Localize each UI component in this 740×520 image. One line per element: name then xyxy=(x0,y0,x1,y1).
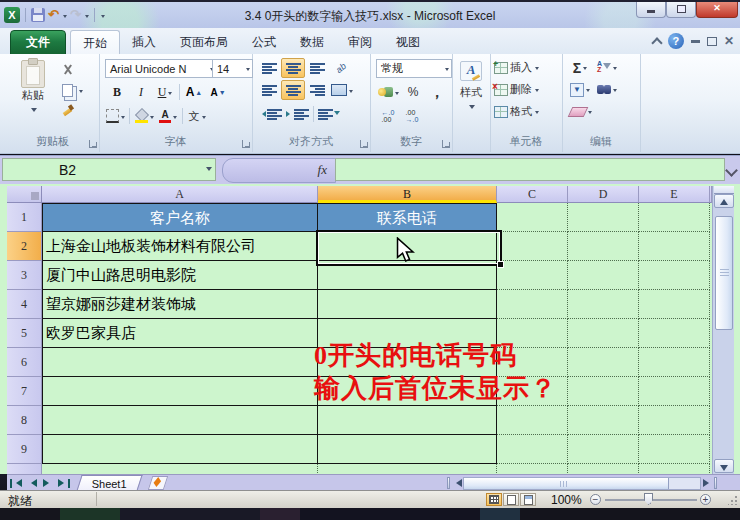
workbook-close-icon[interactable]: ✕ xyxy=(724,35,734,47)
cell-B6[interactable] xyxy=(318,348,497,377)
split-handle[interactable] xyxy=(714,186,734,194)
page-break-view-button[interactable] xyxy=(520,493,536,506)
cell-C6[interactable] xyxy=(497,348,568,377)
expand-formula-bar-icon[interactable] xyxy=(725,164,738,177)
cell-B10[interactable] xyxy=(318,464,497,474)
column-header-c[interactable]: C xyxy=(497,186,568,203)
cell-D10[interactable] xyxy=(568,464,639,474)
align-bottom-button[interactable] xyxy=(305,58,329,78)
cell-D9[interactable] xyxy=(568,435,639,464)
workbook-minimize-icon[interactable] xyxy=(691,40,700,43)
name-box[interactable]: B2 xyxy=(2,158,216,181)
cell-A3[interactable]: 厦门中山路思明电影院 xyxy=(42,261,318,290)
paste-button[interactable]: 粘贴 xyxy=(14,60,52,132)
cell-D6[interactable] xyxy=(568,348,639,377)
horizontal-scrollbar[interactable] xyxy=(447,476,717,490)
tab-insert[interactable]: 插入 xyxy=(120,30,168,54)
cell-B3[interactable] xyxy=(318,261,497,290)
cell-C7[interactable] xyxy=(497,377,568,406)
underline-button[interactable]: U xyxy=(153,82,177,102)
align-middle-button[interactable] xyxy=(281,58,305,78)
cell-C9[interactable] xyxy=(497,435,568,464)
column-header-e[interactable]: E xyxy=(639,186,710,203)
clear-button[interactable] xyxy=(568,102,594,122)
cell-D3[interactable] xyxy=(568,261,639,290)
row-header-9[interactable]: 9 xyxy=(7,435,42,464)
tab-formulas[interactable]: 公式 xyxy=(240,30,288,54)
font-size-combo[interactable]: 14 xyxy=(212,59,253,78)
cell-E9[interactable] xyxy=(639,435,710,464)
select-all-corner[interactable] xyxy=(7,186,42,203)
cell-B9[interactable] xyxy=(318,435,497,464)
fill-color-button[interactable] xyxy=(132,106,156,126)
tab-file[interactable]: 文件 xyxy=(10,30,66,56)
cell-A9[interactable] xyxy=(42,435,318,464)
minimize-button[interactable] xyxy=(636,2,666,18)
align-center-button[interactable] xyxy=(281,80,305,100)
zoom-in-button[interactable]: + xyxy=(700,494,711,505)
row-header-2[interactable]: 2 xyxy=(7,232,42,261)
align-right-button[interactable] xyxy=(305,80,329,100)
cell-B4[interactable] xyxy=(318,290,497,319)
close-button[interactable]: ✕ xyxy=(696,2,738,18)
increase-indent-button[interactable] xyxy=(284,104,311,124)
clipboard-dialog-launcher-icon[interactable] xyxy=(89,140,97,148)
cell-D4[interactable] xyxy=(568,290,639,319)
resize-grip-icon[interactable] xyxy=(728,495,738,505)
sort-filter-button[interactable]: AZ xyxy=(595,58,619,78)
comma-style-button[interactable]: ， xyxy=(425,82,449,102)
first-sheet-button[interactable] xyxy=(9,477,23,490)
horizontal-scroll-thumb[interactable] xyxy=(464,478,669,489)
cell-E1[interactable] xyxy=(639,203,710,232)
row-header-7[interactable]: 7 xyxy=(7,377,42,406)
tab-split-handle[interactable] xyxy=(714,477,717,489)
redo-caret-icon[interactable] xyxy=(85,15,89,20)
phonetic-button[interactable]: 文 xyxy=(185,106,209,126)
tab-data[interactable]: 数据 xyxy=(288,30,336,54)
cell-D8[interactable] xyxy=(568,406,639,435)
row-header-10[interactable]: 10 xyxy=(7,464,42,474)
align-left-button[interactable] xyxy=(257,80,281,100)
cell-B2[interactable] xyxy=(318,232,497,261)
cell-E2[interactable] xyxy=(639,232,710,261)
qat-customize-button[interactable] xyxy=(101,15,105,20)
tab-view[interactable]: 视图 xyxy=(384,30,432,54)
cell-C8[interactable] xyxy=(497,406,568,435)
scroll-right-button[interactable] xyxy=(701,477,714,490)
workbook-restore-icon[interactable] xyxy=(707,37,717,46)
restore-button[interactable] xyxy=(666,2,696,18)
horizontal-scroll-track[interactable] xyxy=(463,477,701,490)
last-sheet-button[interactable] xyxy=(57,477,71,490)
cell-C4[interactable] xyxy=(497,290,568,319)
format-cells-button[interactable]: 格式 xyxy=(494,102,539,121)
help-icon[interactable]: ? xyxy=(668,33,684,49)
cell-D2[interactable] xyxy=(568,232,639,261)
column-header-a[interactable]: A xyxy=(42,186,318,203)
cell-E3[interactable] xyxy=(639,261,710,290)
merge-center-button[interactable] xyxy=(329,80,355,100)
cell-A10[interactable] xyxy=(42,464,318,474)
wrap-text-button[interactable] xyxy=(316,104,342,124)
cell-A4[interactable]: 望京娜丽莎建材装饰城 xyxy=(42,290,318,319)
cut-button[interactable] xyxy=(60,60,90,80)
cell-B1[interactable]: 联系电话 xyxy=(318,203,497,232)
undo-button[interactable]: ↶ xyxy=(48,8,59,22)
format-painter-button[interactable] xyxy=(60,100,90,120)
font-dialog-launcher-icon[interactable] xyxy=(242,140,250,148)
copy-button[interactable] xyxy=(60,80,90,100)
align-top-button[interactable] xyxy=(257,58,281,78)
column-header-d[interactable]: D xyxy=(568,186,639,203)
cell-B8[interactable] xyxy=(318,406,497,435)
cell-E7[interactable] xyxy=(639,377,710,406)
tab-home[interactable]: 开始 xyxy=(70,30,120,55)
zoom-level[interactable]: 100% xyxy=(551,493,582,507)
number-format-combo[interactable]: 常规 xyxy=(376,59,452,78)
zoom-slider-handle[interactable] xyxy=(644,493,653,505)
bold-button[interactable]: B xyxy=(105,82,129,102)
cell-D7[interactable] xyxy=(568,377,639,406)
shrink-font-button[interactable]: A▼ xyxy=(206,82,230,102)
redo-button[interactable]: ↷ xyxy=(70,8,81,22)
scroll-up-button[interactable] xyxy=(714,194,734,208)
cell-E6[interactable] xyxy=(639,348,710,377)
next-sheet-button[interactable] xyxy=(41,477,55,490)
